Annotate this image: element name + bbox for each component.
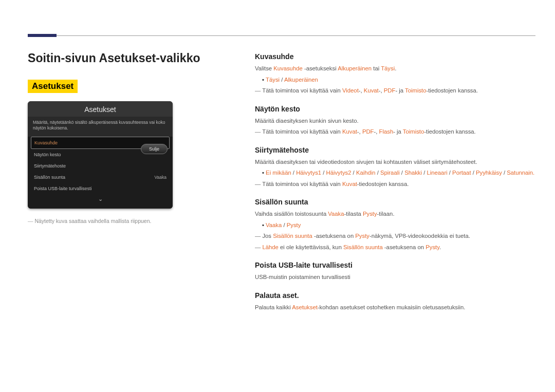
panel-item-poista-usb[interactable]: Poista USB-laite turvallisesti <box>28 183 173 194</box>
panel-subtitle: Määritä, näytetäänkö sisältö alkuperäise… <box>28 117 173 137</box>
transition-option: Satunnain. <box>507 170 534 176</box>
kuvasuhde-desc: Valitse Kuvasuhde -asetukseksi Alkuperäi… <box>255 64 535 73</box>
page-body: Soitin-sivun Asetukset-valikko Asetukset… <box>28 51 535 314</box>
left-column: Soitin-sivun Asetukset-valikko Asetukset… <box>28 51 206 314</box>
siirt-note: Tätä toimintoa voi käyttää vain Kuvat-ti… <box>255 180 535 189</box>
list-item: Ei mikään / Häivytys1 / Häivytys2 / Kaih… <box>262 169 535 178</box>
sisallon-options: Vaaka / Pysty <box>262 221 535 230</box>
sisallon-note-2: Lähde ei ole käytettävissä, kun Sisällön… <box>255 243 535 252</box>
palauta-desc: Palauta kaikki Asetukset-kohdan asetukse… <box>255 303 535 312</box>
heading-nayton-kesto: Näytön kesto <box>255 105 535 113</box>
list-item: Vaaka / Pysty <box>262 221 535 230</box>
settings-panel: Asetukset Määritä, näytetäänkö sisältö a… <box>28 101 173 209</box>
heading-sisallon-suunta: Sisällön suunta <box>255 198 535 206</box>
transition-option: Kaihdin <box>356 170 376 176</box>
panel-item-label: Kuvasuhde <box>34 140 58 145</box>
sisallon-desc: Vaihda sisällön toistosuunta Vaaka-tilas… <box>255 210 535 219</box>
list-item: Täysi / Alkuperäinen <box>262 76 535 85</box>
panel-item-sisallon-suunta[interactable]: Sisällön suunta Vaaka <box>28 172 173 183</box>
panel-item-label: Poista USB-laite turvallisesti <box>34 186 92 191</box>
siirt-desc: Määritä diaesityksen tai videotiedoston … <box>255 158 535 167</box>
page-title: Soitin-sivun Asetukset-valikko <box>28 51 206 65</box>
panel-item-label: Näytön kesto <box>34 152 61 157</box>
close-button[interactable]: Sulje <box>141 144 168 154</box>
transition-option: Häivytys2 <box>326 170 351 176</box>
heading-kuvasuhde: Kuvasuhde <box>255 52 535 61</box>
transition-option: Portaat <box>452 170 471 176</box>
panel-item-label: Sisällön suunta <box>34 175 65 180</box>
transition-option: Pyyhkäisy <box>476 170 502 176</box>
nayton-note: Tätä toimintoa voi käyttää vain Kuvat-, … <box>255 127 535 137</box>
kuvasuhde-note: Tätä toimintoa voi käyttää vain Videot-,… <box>255 86 535 96</box>
transition-option: Ei mikään <box>266 170 291 176</box>
heading-palauta: Palauta aset. <box>255 291 535 300</box>
chevron-down-icon[interactable]: ⌄ <box>28 194 173 206</box>
nayton-desc: Määritä diaesityksen kunkin sivun kesto. <box>255 117 535 126</box>
header-accent <box>28 34 57 37</box>
heading-siirtymatehoste: Siirtymätehoste <box>255 146 535 154</box>
sisallon-note-1: Jos Sisällön suunta -asetuksena on Pysty… <box>255 232 535 241</box>
panel-title: Asetukset <box>28 101 173 117</box>
heading-usb: Poista USB-laite turvallisesti <box>255 261 535 269</box>
transition-option: Spiraali <box>380 170 400 176</box>
transition-option: Lineaari <box>427 170 447 176</box>
image-footnote: Näytetty kuva saattaa vaihdella mallista… <box>28 218 206 224</box>
section-label: Asetukset <box>28 80 78 93</box>
panel-item-label: Siirtymätehoste <box>34 163 66 169</box>
right-column: Kuvasuhde Valitse Kuvasuhde -asetukseksi… <box>255 51 535 314</box>
panel-list: Sulje Kuvasuhde Näytön kesto Siirtymäteh… <box>28 137 173 209</box>
siirt-options: Ei mikään / Häivytys1 / Häivytys2 / Kaih… <box>262 169 535 178</box>
header-rule <box>57 35 535 36</box>
transition-option: Häivytys1 <box>296 170 321 176</box>
usb-desc: USB-muistin poistaminen turvallisesti <box>255 273 535 282</box>
transition-option: Shakki <box>404 170 422 176</box>
kuvasuhde-options: Täysi / Alkuperäinen <box>262 76 535 85</box>
panel-item-siirtymatehoste[interactable]: Siirtymätehoste <box>28 160 173 172</box>
panel-item-value: Vaaka <box>155 175 166 180</box>
